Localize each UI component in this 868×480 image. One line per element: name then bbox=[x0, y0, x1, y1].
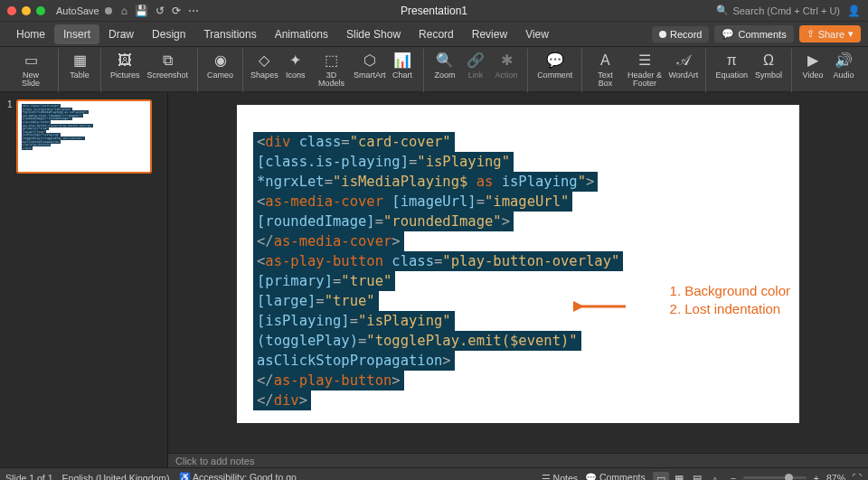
cube-icon: ⬚ bbox=[321, 51, 341, 71]
table-icon: ▦ bbox=[70, 51, 90, 71]
annotation-arrow bbox=[573, 296, 627, 316]
tab-insert[interactable]: Insert bbox=[54, 24, 99, 44]
3d-models-button[interactable]: ⬚3D Models bbox=[311, 49, 353, 89]
zoom-percent[interactable]: 87% bbox=[826, 473, 845, 481]
co-author-icon[interactable]: 👤 bbox=[847, 5, 861, 17]
tab-view[interactable]: View bbox=[516, 24, 558, 44]
wordart-icon: 𝒜 bbox=[674, 51, 693, 71]
zoom-in-button[interactable]: + bbox=[814, 473, 819, 481]
search-input[interactable]: 🔍 Search (Cmd + Ctrl + U) bbox=[716, 5, 840, 16]
slide-canvas[interactable]: <div class="card-cover"[class.is-playing… bbox=[237, 105, 799, 423]
icons-icon: ✦ bbox=[286, 51, 306, 71]
tab-slide-show[interactable]: Slide Show bbox=[337, 24, 410, 44]
text-box-icon: A bbox=[595, 51, 615, 71]
text-box-button[interactable]: AText Box bbox=[588, 49, 623, 89]
action-button[interactable]: ✱Action bbox=[491, 49, 522, 81]
slide-count: Slide 1 of 1 bbox=[5, 473, 53, 481]
zoom-button[interactable]: 🔍Zoom bbox=[429, 49, 460, 81]
pictures-icon: 🖼 bbox=[115, 51, 135, 71]
audio-button[interactable]: 🔊Audio bbox=[828, 49, 859, 81]
autosave-toggle[interactable] bbox=[105, 7, 112, 14]
window-minimize-dot[interactable] bbox=[22, 6, 31, 15]
chart-icon: 📊 bbox=[392, 51, 412, 71]
comments-label: Comments bbox=[738, 29, 786, 40]
annotation-line-1: 1. Background color bbox=[670, 282, 790, 300]
normal-view-button[interactable]: ▭ bbox=[653, 472, 669, 481]
accessibility-icon: ♿ bbox=[179, 472, 191, 480]
notes-toggle[interactable]: ☰ Notes bbox=[542, 473, 578, 481]
shapes-button[interactable]: ◇Shapes bbox=[249, 49, 280, 81]
video-button[interactable]: ▶Video bbox=[797, 49, 828, 81]
share-icon: ⇪ bbox=[807, 28, 815, 40]
smartart-button[interactable]: ⬡SmartArt bbox=[352, 49, 387, 81]
action-icon: ✱ bbox=[496, 51, 516, 71]
tab-draw[interactable]: Draw bbox=[99, 24, 143, 44]
tab-animations[interactable]: Animations bbox=[266, 24, 337, 44]
zoom-icon: 🔍 bbox=[435, 51, 455, 71]
equation-button[interactable]: πEquation bbox=[712, 49, 751, 81]
video-icon: ▶ bbox=[803, 51, 823, 71]
screenshot-button[interactable]: ⧉Screenshot bbox=[144, 49, 193, 81]
record-button[interactable]: Record bbox=[652, 26, 709, 42]
home-icon[interactable]: ⌂ bbox=[121, 5, 127, 17]
tab-home[interactable]: Home bbox=[7, 24, 54, 44]
tab-record[interactable]: Record bbox=[410, 24, 463, 44]
reading-view-button[interactable]: ▤ bbox=[689, 472, 705, 481]
share-label: Share bbox=[818, 29, 844, 40]
header-footer-button[interactable]: ☰Header & Footer bbox=[623, 49, 667, 89]
redo-icon[interactable]: ⟳ bbox=[172, 5, 181, 17]
smartart-icon: ⬡ bbox=[360, 51, 380, 71]
audio-icon: 🔊 bbox=[834, 51, 854, 71]
shapes-icon: ◇ bbox=[254, 51, 274, 71]
symbol-icon: Ω bbox=[759, 51, 778, 71]
cameo-icon: ◉ bbox=[211, 51, 231, 71]
link-button[interactable]: 🔗Link bbox=[460, 49, 491, 81]
screenshot-icon: ⧉ bbox=[157, 51, 177, 71]
comments-icon: 💬 bbox=[722, 28, 734, 40]
search-icon: 🔍 bbox=[716, 5, 729, 16]
header-footer-icon: ☰ bbox=[635, 51, 655, 71]
annotation-line-2: 2. Lost indentation bbox=[670, 300, 790, 318]
icons-button[interactable]: ✦Icons bbox=[280, 49, 311, 81]
table-button[interactable]: ▦Table bbox=[64, 49, 95, 81]
comments-toggle[interactable]: 💬 Comments bbox=[585, 472, 646, 480]
chart-button[interactable]: 📊Chart bbox=[387, 49, 418, 81]
link-icon: 🔗 bbox=[466, 51, 486, 71]
tab-transitions[interactable]: Transitions bbox=[194, 24, 265, 44]
share-button[interactable]: ⇪ Share ▾ bbox=[799, 25, 861, 42]
window-close-dot[interactable] bbox=[7, 6, 16, 15]
wordart-button[interactable]: 𝒜WordArt bbox=[666, 49, 700, 81]
window-zoom-dot[interactable] bbox=[36, 6, 45, 15]
pictures-button[interactable]: 🖼Pictures bbox=[107, 49, 144, 81]
comment-button[interactable]: 💬Comment bbox=[533, 49, 576, 81]
document-title: Presentation1 bbox=[401, 5, 467, 17]
cameo-button[interactable]: ◉Cameo bbox=[203, 49, 237, 81]
symbol-button[interactable]: ΩSymbol bbox=[751, 49, 786, 81]
notes-placeholder: Click to add notes bbox=[175, 456, 254, 466]
zoom-out-button[interactable]: − bbox=[731, 473, 736, 481]
annotation-text: 1. Background color 2. Lost indentation bbox=[670, 282, 790, 317]
equation-icon: π bbox=[722, 51, 741, 71]
comments-button[interactable]: 💬 Comments bbox=[714, 25, 793, 42]
more-icon[interactable]: ⋯ bbox=[188, 5, 199, 17]
undo-icon[interactable]: ↺ bbox=[156, 5, 165, 17]
zoom-slider[interactable] bbox=[743, 476, 807, 479]
code-text-block[interactable]: <div class="card-cover"[class.is-playing… bbox=[253, 132, 623, 410]
new-slide-icon: ▭ bbox=[21, 51, 41, 71]
record-icon bbox=[659, 31, 666, 38]
new-slide-button[interactable]: ▭ New Slide bbox=[9, 49, 52, 89]
save-icon[interactable]: 💾 bbox=[135, 5, 148, 17]
search-placeholder: Search (Cmd + Ctrl + U) bbox=[732, 5, 840, 16]
slideshow-view-button[interactable]: ▵ bbox=[707, 472, 723, 481]
autosave-label: AutoSave bbox=[56, 5, 99, 16]
fit-window-button[interactable]: ⛶ bbox=[853, 473, 863, 481]
tab-design[interactable]: Design bbox=[143, 24, 194, 44]
tab-review[interactable]: Review bbox=[463, 24, 516, 44]
accessibility-status[interactable]: ♿ Accessibility: Good to go bbox=[179, 472, 297, 480]
chevron-down-icon: ▾ bbox=[848, 28, 854, 40]
slide-thumbnail-1[interactable]: <div class="card-cover"[class.is-playing… bbox=[16, 99, 152, 174]
language-status[interactable]: English (United Kingdom) bbox=[62, 473, 170, 481]
sorter-view-button[interactable]: ▦ bbox=[671, 472, 687, 481]
notes-pane[interactable]: Click to add notes bbox=[168, 453, 868, 467]
thumbnail-number: 1 bbox=[7, 99, 13, 174]
